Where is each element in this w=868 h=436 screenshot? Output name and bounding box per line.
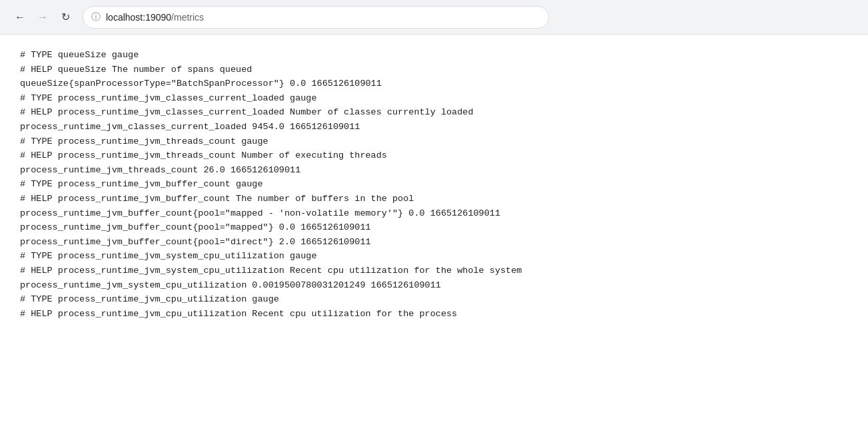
metrics-line: # TYPE process_runtime_jvm_classes_curre… (20, 93, 317, 103)
url-host: localhost:19090 (106, 12, 171, 23)
metrics-line: # HELP process_runtime_jvm_buffer_count … (20, 194, 414, 204)
back-button[interactable]: ← (11, 8, 29, 27)
metrics-line: process_runtime_jvm_buffer_count{pool="m… (20, 208, 500, 218)
metrics-line: # HELP queueSize The number of spans que… (20, 65, 252, 75)
metrics-line: # HELP process_runtime_jvm_classes_curre… (20, 107, 474, 117)
metrics-line: queueSize{spanProcessorType="BatchSpanPr… (20, 79, 382, 89)
metrics-line: process_runtime_jvm_classes_current_load… (20, 122, 360, 132)
metrics-line: # HELP process_runtime_jvm_cpu_utilizati… (20, 309, 457, 319)
address-bar[interactable]: ⓘ localhost:19090/metrics (83, 6, 549, 29)
url-display: localhost:19090/metrics (106, 12, 204, 23)
browser-toolbar: ← → ↻ ⓘ localhost:19090/metrics (0, 0, 868, 35)
metrics-line: # TYPE process_runtime_jvm_threads_count… (20, 136, 268, 146)
reload-button[interactable]: ↻ (56, 8, 75, 27)
metrics-line: # HELP process_runtime_jvm_system_cpu_ut… (20, 266, 522, 276)
metrics-line: # TYPE process_runtime_jvm_system_cpu_ut… (20, 251, 317, 261)
url-path: /metrics (171, 12, 204, 23)
info-icon: ⓘ (91, 11, 101, 23)
metrics-line: process_runtime_jvm_system_cpu_utilizati… (20, 280, 441, 290)
metrics-line: process_runtime_jvm_buffer_count{pool="m… (20, 222, 371, 232)
metrics-line: # TYPE process_runtime_jvm_buffer_count … (20, 179, 263, 189)
nav-buttons: ← → ↻ (11, 8, 75, 27)
metrics-line: process_runtime_jvm_buffer_count{pool="d… (20, 237, 371, 247)
metrics-line: # TYPE process_runtime_jvm_cpu_utilizati… (20, 294, 279, 304)
metrics-content: # TYPE queueSize gauge # HELP queueSize … (0, 35, 868, 334)
forward-button[interactable]: → (33, 8, 52, 27)
metrics-line: # HELP process_runtime_jvm_threads_count… (20, 150, 387, 160)
metrics-line: process_runtime_jvm_threads_count 26.0 1… (20, 165, 300, 175)
metrics-line: # TYPE queueSize gauge (20, 50, 139, 60)
